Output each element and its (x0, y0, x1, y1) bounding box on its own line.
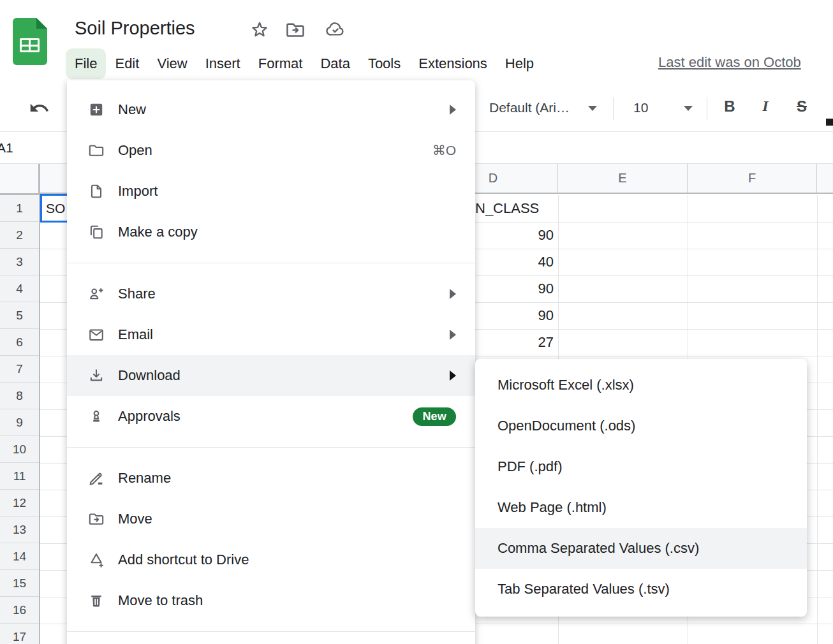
menu-item-label: Email (118, 326, 153, 343)
last-edit-link[interactable]: Last edit was on Octob (658, 54, 801, 71)
menu-item-label: Import (118, 183, 158, 200)
download-icon (88, 367, 105, 384)
menu-item-email[interactable]: Email (67, 314, 475, 355)
bold-button[interactable]: B (719, 98, 741, 115)
menu-item-add-shortcut-to-drive[interactable]: Add shortcut to Drive (67, 539, 475, 580)
row-header[interactable]: 13 (0, 516, 39, 543)
person-add-icon (88, 286, 105, 302)
submenu-arrow-icon (450, 330, 456, 340)
row-header[interactable]: 6 (0, 329, 39, 356)
menu-item-label: Make a copy (118, 224, 198, 240)
menu-item-approvals[interactable]: Approvals New (67, 396, 475, 437)
menu-divider (67, 263, 475, 263)
file-icon (88, 183, 105, 200)
menu-item-new[interactable]: New (67, 89, 475, 130)
row-header[interactable]: 4 (0, 275, 39, 302)
column-header-f[interactable]: F (688, 164, 817, 193)
trash-icon (88, 592, 105, 609)
menu-help[interactable]: Help (496, 48, 543, 79)
copy-icon (88, 224, 105, 240)
menu-item-label: Share (118, 286, 156, 302)
menu-edit[interactable]: Edit (106, 48, 148, 79)
cell-d1-spill-text[interactable]: N_CLASS (475, 195, 539, 222)
menu-item-label: Move to trash (118, 592, 203, 609)
row-header[interactable]: 16 (0, 597, 39, 624)
column-header-e[interactable]: E (558, 164, 688, 193)
row-header[interactable]: 12 (0, 490, 39, 516)
envelope-icon (88, 326, 105, 343)
italic-button[interactable]: I (755, 98, 776, 115)
menu-file[interactable]: File (66, 48, 106, 79)
sheets-logo-fold (36, 18, 47, 29)
menu-item-label: Download (118, 367, 181, 384)
menu-item-move[interactable]: Move (67, 499, 475, 539)
menu-item-make-a-copy[interactable]: Make a copy (67, 212, 475, 252)
menu-item-download[interactable]: Download (67, 355, 475, 396)
menu-divider (67, 447, 475, 448)
column-header-g[interactable] (817, 164, 833, 193)
row-header[interactable]: 8 (0, 383, 39, 409)
select-all-corner[interactable] (0, 164, 40, 195)
folder-move-icon (88, 511, 105, 527)
name-box[interactable]: A1 (0, 140, 13, 156)
row-header[interactable]: 5 (0, 302, 39, 329)
toolbar-separator (707, 97, 707, 120)
row-header[interactable]: 7 (0, 356, 39, 383)
strikethrough-button[interactable]: S (791, 98, 813, 115)
sheets-logo[interactable] (13, 18, 47, 65)
submenu-item-ods[interactable]: OpenDocument (.ods) (475, 406, 807, 446)
undo-button[interactable] (29, 98, 50, 119)
font-family-select[interactable]: Default (Ari… (489, 100, 570, 115)
google-sheets-window: D E F 1 2 3 4 5 6 7 8 9 10 11 12 13 14 1… (0, 0, 833, 644)
row-header[interactable]: 1 (0, 195, 39, 222)
approval-stamp-icon (88, 408, 105, 425)
submenu-item-pdf[interactable]: PDF (.pdf) (475, 446, 807, 487)
menu-format[interactable]: Format (249, 48, 312, 79)
submenu-item-csv[interactable]: Comma Separated Values (.csv) (475, 528, 807, 569)
menu-item-rename[interactable]: Rename (67, 458, 475, 499)
star-icon[interactable] (249, 20, 270, 40)
menu-insert[interactable]: Insert (196, 48, 249, 79)
menu-extensions[interactable]: Extensions (409, 48, 496, 79)
row-header[interactable]: 11 (0, 463, 39, 490)
menu-item-import[interactable]: Import (67, 171, 475, 212)
menu-data[interactable]: Data (311, 48, 358, 79)
submenu-item-xlsx[interactable]: Microsoft Excel (.xlsx) (475, 365, 807, 406)
move-to-folder-icon[interactable] (285, 20, 306, 40)
menu-bar: File Edit View Insert Format Data Tools … (66, 48, 543, 79)
menu-tools[interactable]: Tools (359, 48, 409, 79)
menu-item-move-to-trash[interactable]: Move to trash (67, 580, 475, 621)
row-header[interactable]: 14 (0, 543, 39, 570)
menu-view[interactable]: View (148, 48, 196, 79)
folder-icon (88, 142, 105, 159)
menu-divider (67, 631, 475, 632)
menu-item-open[interactable]: Open ⌘O (67, 130, 475, 171)
gridline (817, 195, 818, 644)
cloud-saved-icon[interactable] (324, 20, 347, 40)
submenu-item-tsv[interactable]: Tab Separated Values (.tsv) (475, 569, 807, 610)
submenu-arrow-icon (450, 289, 456, 299)
row-header[interactable]: 9 (0, 409, 39, 436)
drive-add-icon (88, 552, 105, 568)
row-header-column: 1 2 3 4 5 6 7 8 9 10 11 12 13 14 15 16 1… (0, 195, 40, 644)
row-header[interactable]: 2 (0, 222, 39, 249)
shortcut-label: ⌘O (432, 143, 456, 158)
toolbar-separator (613, 97, 614, 120)
document-title[interactable]: Soil Properties (75, 18, 195, 39)
font-size-caret-icon[interactable] (684, 106, 693, 111)
menu-item-label: Approvals (118, 408, 181, 425)
download-submenu-panel: Microsoft Excel (.xlsx) OpenDocument (.o… (475, 359, 807, 617)
file-menu-panel: New Open ⌘O Import (67, 80, 475, 644)
text-color-button-partial[interactable] (826, 119, 833, 126)
submenu-item-html[interactable]: Web Page (.html) (475, 487, 807, 528)
new-file-icon (88, 101, 105, 118)
menu-item-share[interactable]: Share (67, 274, 475, 314)
row-header[interactable]: 17 (0, 624, 39, 644)
row-header[interactable]: 15 (0, 570, 39, 597)
font-family-caret-icon[interactable] (588, 106, 597, 111)
menu-item-label: New (118, 101, 146, 118)
font-size-select[interactable]: 10 (633, 100, 648, 115)
row-header[interactable]: 3 (0, 249, 39, 275)
row-header[interactable]: 10 (0, 436, 39, 463)
submenu-arrow-icon (450, 370, 456, 381)
